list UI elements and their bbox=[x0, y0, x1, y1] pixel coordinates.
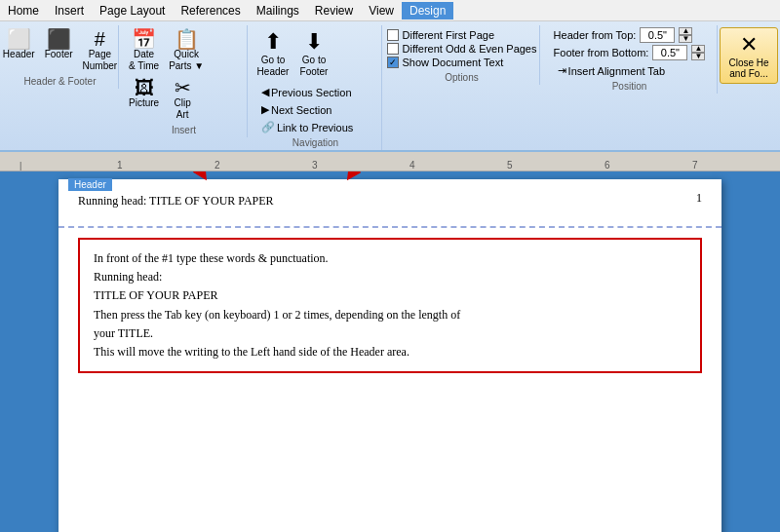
page-number-display: 1 bbox=[696, 191, 702, 206]
instruction-line-1: In front of the #1 type these words & pu… bbox=[94, 249, 686, 268]
menu-page-layout[interactable]: Page Layout bbox=[92, 2, 173, 19]
menu-references[interactable]: References bbox=[173, 2, 248, 19]
date-btn-label: Date& Time bbox=[129, 49, 159, 72]
show-document-text-checkbox[interactable]: ✓ Show Document Text bbox=[387, 57, 537, 68]
next-section-label: Next Section bbox=[271, 104, 332, 116]
quick-parts-button[interactable]: 📋 QuickParts ▼ bbox=[165, 27, 208, 74]
date-icon: 📅 bbox=[132, 29, 156, 49]
picture-label: Picture bbox=[129, 97, 159, 109]
go-header-icon: ⬆ bbox=[264, 29, 282, 55]
header-btn-label: Header bbox=[3, 49, 35, 60]
menu-insert[interactable]: Insert bbox=[47, 2, 92, 19]
footer-button[interactable]: ⬛ Footer bbox=[41, 27, 77, 74]
header-from-top-label: Header from Top: bbox=[554, 29, 637, 41]
footer-bottom-down-arrow[interactable]: ▼ bbox=[691, 53, 705, 60]
ruler-mark-3: 3 bbox=[312, 160, 318, 171]
clip-art-label: ClipArt bbox=[175, 97, 191, 121]
page-number-icon: # bbox=[95, 29, 105, 49]
header-top-down-arrow[interactable]: ▼ bbox=[679, 35, 692, 43]
footer-from-bottom-row: Footer from Bottom: ▲ ▼ bbox=[554, 45, 706, 60]
hf-group-label: Header & Footer bbox=[6, 76, 114, 87]
diff-odd-checkbox-box bbox=[387, 43, 399, 55]
ruler-mark-6: 6 bbox=[604, 160, 610, 171]
header-icon: ⬜ bbox=[7, 29, 31, 49]
align-tab-icon: ⇥ bbox=[558, 64, 566, 77]
link-to-previous-button[interactable]: 🔗 Link to Previous bbox=[257, 119, 357, 135]
svg-line-0 bbox=[176, 171, 203, 174]
ribbon-group-options: Different First Page Different Odd & Eve… bbox=[384, 25, 540, 85]
ruler: | 1 2 3 4 5 6 7 bbox=[0, 152, 780, 171]
page-header[interactable]: Header Running head: TITLE OF YOUR PAPER… bbox=[58, 179, 722, 228]
next-section-button[interactable]: ▶ Next Section bbox=[257, 101, 357, 118]
ribbon-group-navigation: ⬆ Go toHeader ⬇ Go toFooter ◀ Previous S… bbox=[250, 25, 382, 150]
document-area: Header Running head: TITLE OF YOUR PAPER… bbox=[0, 171, 780, 532]
ruler-mark-1: 1 bbox=[117, 160, 123, 171]
ribbon-group-position: Header from Top: ▲ ▼ Footer from Bottom:… bbox=[542, 25, 718, 94]
running-head-text: Running head: TITLE OF YOUR PAPER bbox=[78, 194, 274, 208]
ribbon-group-header-footer: ⬜ Header ⬛ Footer # PageNumber Header & … bbox=[2, 25, 119, 89]
date-time-button[interactable]: 📅 Date& Time bbox=[125, 27, 163, 74]
different-first-page-checkbox[interactable]: Different First Page bbox=[387, 29, 537, 41]
footer-icon: ⬛ bbox=[47, 29, 71, 49]
ribbon-group-close: ✕ Close Heand Fo... bbox=[720, 25, 778, 86]
go-to-footer-button[interactable]: ⬇ Go toFooter bbox=[294, 27, 333, 80]
header-from-top-row: Header from Top: ▲ ▼ bbox=[554, 27, 706, 43]
close-header-footer-button[interactable]: ✕ Close Heand Fo... bbox=[720, 27, 777, 84]
link-label: Link to Previous bbox=[277, 122, 353, 133]
menu-home[interactable]: Home bbox=[0, 2, 47, 19]
go-footer-icon: ⬇ bbox=[305, 29, 323, 55]
ruler-left: | bbox=[20, 161, 21, 171]
close-label: Close Heand Fo... bbox=[728, 57, 768, 79]
quick-parts-icon: 📋 bbox=[175, 29, 199, 49]
menu-design[interactable]: Design bbox=[402, 2, 453, 19]
header-button[interactable]: ⬜ Header bbox=[0, 27, 39, 74]
quick-parts-label: QuickParts ▼ bbox=[169, 49, 204, 72]
different-odd-even-checkbox[interactable]: Different Odd & Even Pages bbox=[387, 43, 537, 55]
menu-review[interactable]: Review bbox=[307, 2, 361, 19]
ribbon-group-insert: 📅 Date& Time 📋 QuickParts ▼ 🖼 Picture ✂ … bbox=[121, 25, 248, 137]
insert-alignment-tab-button[interactable]: ⇥ Insert Alignment Tab bbox=[554, 62, 706, 79]
menu-bar: Home Insert Page Layout References Maili… bbox=[0, 0, 780, 21]
instruction-line-6: This will move the writing to the Left h… bbox=[94, 343, 686, 361]
close-icon: ✕ bbox=[740, 32, 758, 57]
footer-from-bottom-input[interactable] bbox=[652, 45, 687, 60]
footer-btn-label: Footer bbox=[45, 49, 73, 60]
instruction-line-2: Running head: bbox=[94, 268, 686, 286]
show-doc-label: Show Document Text bbox=[403, 57, 504, 68]
page-number-btn-label: PageNumber bbox=[83, 49, 118, 72]
svg-line-1 bbox=[351, 171, 380, 174]
instruction-box: In front of the #1 type these words & pu… bbox=[78, 238, 702, 373]
link-icon: 🔗 bbox=[261, 121, 275, 133]
menu-view[interactable]: View bbox=[361, 2, 402, 19]
position-group-label: Position bbox=[546, 81, 713, 92]
options-group-label: Options bbox=[388, 72, 535, 83]
clip-art-icon: ✂ bbox=[175, 78, 191, 97]
header-from-top-input[interactable] bbox=[640, 27, 675, 43]
instruction-line-3: TITLE OF YOUR PAPER bbox=[94, 286, 686, 305]
ruler-mark-2: 2 bbox=[214, 160, 220, 171]
clip-art-button[interactable]: ✂ ClipArt bbox=[165, 76, 200, 123]
page: Header Running head: TITLE OF YOUR PAPER… bbox=[58, 179, 722, 532]
instruction-line-5: your TITLE. bbox=[94, 324, 686, 343]
ruler-mark-5: 5 bbox=[507, 160, 513, 171]
diff-odd-label: Different Odd & Even Pages bbox=[403, 43, 537, 55]
ribbon: ⬜ Header ⬛ Footer # PageNumber Header & … bbox=[0, 21, 780, 152]
instruction-line-4: Then press the Tab key (on keyboard) 1 o… bbox=[94, 306, 686, 324]
go-to-header-button[interactable]: ⬆ Go toHeader bbox=[254, 27, 292, 80]
go-footer-label: Go toFooter bbox=[300, 55, 329, 78]
align-tab-label: Insert Alignment Tab bbox=[568, 65, 665, 77]
insert-group-label: Insert bbox=[125, 125, 243, 135]
page-number-button[interactable]: # PageNumber bbox=[79, 27, 122, 74]
nav-group-label: Navigation bbox=[254, 137, 377, 148]
go-header-label: Go toHeader bbox=[257, 55, 290, 78]
ruler-mark-4: 4 bbox=[410, 160, 415, 171]
menu-mailings[interactable]: Mailings bbox=[249, 2, 307, 19]
header-label-tag: Header bbox=[68, 178, 112, 191]
diff-first-label: Different First Page bbox=[403, 29, 495, 41]
previous-section-button[interactable]: ◀ Previous Section bbox=[257, 84, 357, 100]
picture-button[interactable]: 🖼 Picture bbox=[125, 76, 163, 111]
prev-section-icon: ◀ bbox=[261, 86, 269, 98]
diff-first-checkbox-box bbox=[387, 29, 399, 41]
prev-section-label: Previous Section bbox=[271, 87, 352, 98]
footer-from-bottom-label: Footer from Bottom: bbox=[554, 47, 649, 58]
